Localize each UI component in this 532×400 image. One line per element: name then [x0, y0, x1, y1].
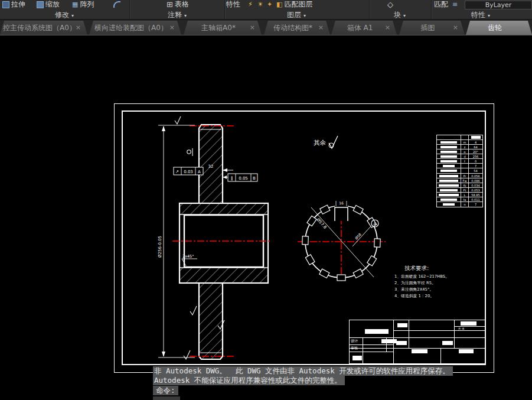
array-icon: ▦ [72, 1, 78, 8]
insert-block-icon: ◇ [387, 1, 393, 8]
match-layer-icon: ◧ [276, 1, 282, 8]
svg-text:∥: ∥ [231, 175, 233, 181]
gear-parameter-table: m4 z64 α20° d256 f0 7 54 Fr0.056 Fw0.086… [436, 135, 483, 207]
file-tab-gear-active[interactable]: 齿轮 [466, 21, 532, 35]
layer-on-button[interactable]: ⚡ [248, 1, 254, 9]
table-icon: ⊞ [167, 1, 173, 8]
layer-thaw-button[interactable]: ☀ [257, 1, 265, 9]
svg-text:A: A [374, 222, 377, 226]
close-icon[interactable]: × [453, 21, 458, 35]
file-tab-main-drive-system[interactable]: 控主传动系统图（A0）× [0, 21, 87, 35]
panel-divider [369, 0, 370, 19]
match-properties-button[interactable]: 匹配 [434, 1, 448, 9]
sun-icon: ☀ [257, 1, 263, 8]
layer-properties-button[interactable]: 特性 [226, 1, 240, 9]
title-block-check-label: 审核 [351, 346, 358, 350]
title-block: 设计 审核 共 张 [349, 320, 485, 364]
surface-note: 其余 [314, 136, 338, 148]
svg-text:↗: ↗ [175, 169, 179, 174]
layer-lock-button[interactable]: ✦ [267, 1, 274, 9]
svg-text:B: B [253, 176, 256, 181]
stretch-button[interactable]: 拉伸 [2, 1, 25, 9]
close-icon[interactable]: × [169, 21, 175, 35]
fillet-button[interactable] [113, 1, 122, 9]
panel-divider [224, 0, 226, 19]
title-block-design-label: 设计 [351, 339, 358, 343]
file-tab-box-a1[interactable]: 箱体 A1× [331, 21, 397, 35]
close-icon[interactable]: × [385, 21, 390, 35]
panel-label-properties[interactable]: 特性▾ [471, 10, 490, 20]
close-icon[interactable]: × [318, 21, 324, 35]
fillet-icon [113, 1, 120, 8]
svg-text:其余: 其余 [314, 139, 327, 146]
ribbon: 拉伸 缩放 ▦阵列 ⊞表格 特性 ⚡ ☀ ✦ ◧匹配图层 ◇ 匹配 ≡ ByLa… [0, 0, 532, 20]
technical-requirements: 技术要求: 1、齿面硬度 162~217HBS。 2、为注圆角半径 R5。 3、… [394, 265, 449, 300]
panel-label-annotate[interactable]: 注释▾ [168, 10, 187, 20]
close-icon[interactable]: × [76, 21, 81, 35]
bolt-icon: ⚡ [248, 1, 253, 8]
chevron-down-icon: ▾ [488, 13, 490, 18]
file-tab-transmission-structure[interactable]: 传动结构图*× [264, 21, 330, 35]
command-stub [153, 396, 180, 400]
dim-hub-dia: Ø58 [354, 232, 363, 240]
application-window: Ø256-0.05 32 ↗ 0.03 A [0, 0, 532, 400]
panel-label-layers[interactable]: 图层▾ [287, 10, 306, 20]
drawing-viewport[interactable]: Ø256-0.05 32 ↗ 0.03 A [0, 0, 532, 400]
dim-keyway: 16 [339, 201, 344, 205]
properties-menu-button[interactable]: ≡ [452, 1, 459, 9]
chevron-down-icon: ▾ [303, 13, 306, 18]
panel-label-block[interactable]: 块▾ [394, 10, 406, 20]
tolerance-frame-parallel: ∥ 0.05 B [223, 174, 257, 181]
array-button[interactable]: ▦阵列 [72, 1, 94, 9]
tolerance-frame-runout: ↗ 0.03 A [174, 167, 203, 175]
tech-req-title: 技术要求: [404, 265, 449, 272]
title-block-sheets-label: 共 张 [458, 327, 464, 331]
chevron-down-icon: ▾ [71, 13, 74, 18]
stretch-icon [2, 1, 9, 8]
warning-message-line2: Autodesk 不能保证应用程序兼容性或此文件的完整性。 [153, 376, 345, 385]
svg-text:0.03: 0.03 [184, 170, 193, 174]
warning-message-line1: 非 Autodesk DWG。 此 DWG 文件由非 Autodesk 开发或许… [153, 366, 453, 376]
command-prompt[interactable]: 命令: [153, 386, 178, 395]
match-layer-button[interactable]: ◧匹配图层 [276, 1, 312, 9]
panel-divider [431, 0, 432, 19]
panel-label-modify[interactable]: 修改▾ [55, 10, 74, 20]
svg-text:0.05: 0.05 [239, 176, 248, 181]
chevron-down-icon: ▾ [403, 13, 406, 18]
file-tab-illustration[interactable]: 插图× [399, 21, 465, 35]
panel-divider [129, 0, 130, 19]
file-tab-spindle-box[interactable]: 主轴箱A0*× [184, 21, 262, 35]
chamfer-note: 2x45° [182, 254, 194, 259]
dim-diameter: Ø256-0.05 [158, 236, 162, 258]
table-button[interactable]: ⊞表格 [167, 1, 189, 9]
svg-text:A: A [198, 170, 201, 174]
scale-button[interactable]: 缩放 [37, 1, 60, 9]
file-tab-bar: 控主传动系统图（A0）× 横向进给装配图（A0）× 主轴箱A0*× 传动结构图*… [0, 20, 532, 35]
chevron-down-icon: ▾ [184, 13, 187, 18]
scale-icon [37, 1, 44, 8]
gear-section-view [179, 125, 268, 359]
color-bylayer-dropdown[interactable]: ByLayer [465, 1, 532, 9]
file-tab-cross-feed-assembly[interactable]: 横向进给装配图（A0）× [89, 21, 181, 35]
lock-icon: ✦ [267, 1, 272, 8]
close-icon[interactable]: × [250, 21, 255, 35]
dim-width: 32 [208, 164, 214, 169]
keyway-slot [335, 207, 348, 221]
menu-icon: ≡ [452, 1, 458, 8]
insert-block-button[interactable]: ◇ [387, 1, 395, 9]
